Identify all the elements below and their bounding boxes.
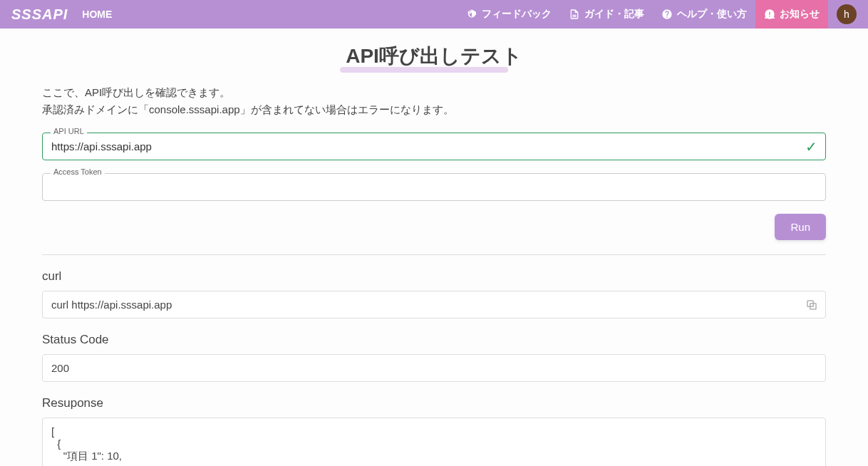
nav-feedback-label: フィードバック	[482, 8, 552, 21]
response-label: Resuponse	[42, 396, 826, 410]
nav-feedback[interactable]: フィードバック	[458, 0, 560, 29]
api-url-input[interactable]	[42, 133, 826, 160]
nav-help-label: ヘルプ・使い方	[677, 8, 747, 21]
page-title: API呼び出しテスト	[346, 43, 522, 70]
nav-help[interactable]: ヘルプ・使い方	[653, 0, 755, 29]
status-output: 200	[42, 354, 826, 382]
status-label: Status Code	[42, 333, 826, 347]
api-url-group: API URL ✓	[42, 133, 826, 160]
api-url-label: API URL	[51, 127, 87, 135]
nav-news-label: お知らせ	[780, 8, 820, 21]
response-output[interactable]: [ { "項目 1": 10,	[42, 418, 826, 466]
nav-news[interactable]: お知らせ	[755, 0, 828, 29]
check-icon: ✓	[805, 138, 817, 155]
avatar[interactable]: h	[837, 4, 857, 24]
curl-value: curl https://api.sssapi.app	[51, 299, 172, 311]
help-icon	[661, 9, 673, 20]
divider	[42, 254, 826, 255]
access-token-input[interactable]	[42, 173, 826, 201]
logo[interactable]: SSSAPI	[11, 6, 68, 23]
curl-output: curl https://api.sssapi.app	[42, 291, 826, 319]
document-icon	[569, 9, 580, 20]
description: ここで、API呼び出しを確認できます。 承認済みドメインに「console.ss…	[42, 84, 826, 118]
megaphone-icon	[466, 9, 477, 20]
description-line-1: ここで、API呼び出しを確認できます。	[42, 84, 826, 101]
nav-guide[interactable]: ガイド・記事	[560, 0, 653, 29]
header-nav: フィードバック ガイド・記事 ヘルプ・使い方 お知らせ h	[458, 0, 857, 29]
access-token-label: Access Token	[51, 167, 105, 176]
main-content: API呼び出しテスト ここで、API呼び出しを確認できます。 承認済みドメインに…	[21, 29, 847, 466]
curl-label: curl	[42, 269, 826, 284]
status-value: 200	[51, 362, 69, 374]
description-line-2: 承認済みドメインに「console.sssapi.app」が含まれてない場合はエ…	[42, 101, 826, 118]
run-button[interactable]: Run	[775, 214, 826, 240]
copy-icon[interactable]	[805, 299, 818, 311]
nav-home[interactable]: HOME	[82, 9, 112, 20]
nav-guide-label: ガイド・記事	[584, 8, 644, 21]
access-token-group: Access Token	[42, 173, 826, 201]
header: SSSAPI HOME フィードバック ガイド・記事 ヘルプ・使い方 お知らせ …	[0, 0, 868, 29]
alert-icon	[764, 9, 775, 20]
